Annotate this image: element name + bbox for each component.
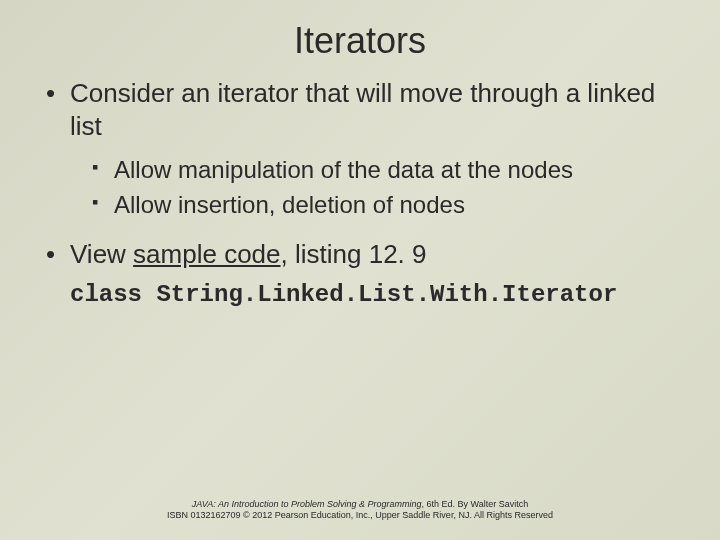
slide-content: Consider an iterator that will move thro… bbox=[0, 77, 720, 308]
sub-bullet-text: Allow insertion, deletion of nodes bbox=[114, 191, 465, 218]
code-line: class String.Linked.List.With.Iterator bbox=[40, 281, 680, 308]
bullet-text-pre: View bbox=[70, 239, 133, 269]
sub-bullet-text: Allow manipulation of the data at the no… bbox=[114, 156, 573, 183]
sub-bullet-list: Allow manipulation of the data at the no… bbox=[70, 154, 680, 220]
slide: Iterators Consider an iterator that will… bbox=[0, 0, 720, 540]
sub-bullet-item: Allow manipulation of the data at the no… bbox=[70, 154, 680, 185]
sample-code-link[interactable]: sample code bbox=[133, 239, 280, 269]
slide-title: Iterators bbox=[0, 0, 720, 77]
bullet-list: Consider an iterator that will move thro… bbox=[40, 77, 680, 271]
bullet-item: View sample code, listing 12. 9 bbox=[40, 238, 680, 271]
bullet-text: Consider an iterator that will move thro… bbox=[70, 78, 655, 141]
bullet-text-post: , listing 12. 9 bbox=[281, 239, 427, 269]
slide-footer: JAVA: An Introduction to Problem Solving… bbox=[0, 499, 720, 522]
footer-book-title: JAVA: An Introduction to Problem Solving… bbox=[192, 499, 422, 509]
footer-author: , 6th Ed. By Walter Savitch bbox=[422, 499, 529, 509]
bullet-item: Consider an iterator that will move thro… bbox=[40, 77, 680, 220]
sub-bullet-item: Allow insertion, deletion of nodes bbox=[70, 189, 680, 220]
footer-isbn: ISBN 0132162709 © 2012 Pearson Education… bbox=[167, 510, 553, 520]
